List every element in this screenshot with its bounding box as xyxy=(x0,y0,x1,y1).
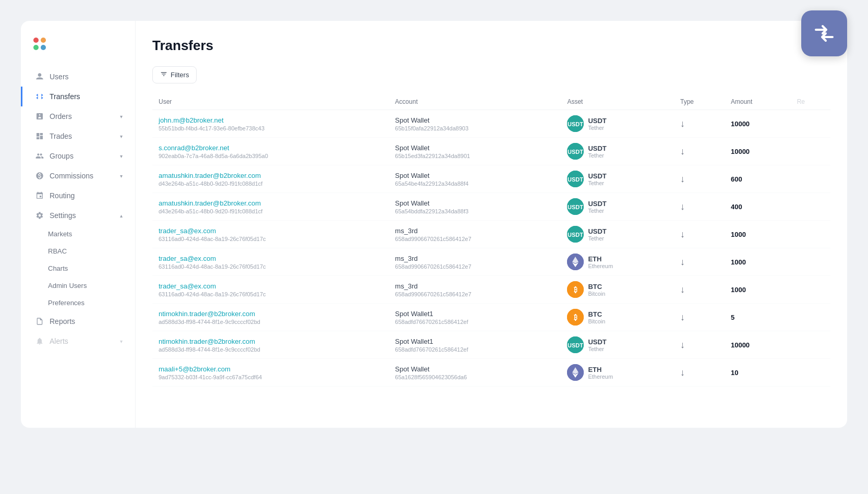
transfer-fab-button[interactable] xyxy=(801,10,847,56)
routing-icon xyxy=(35,191,44,200)
cell-user-6: trader_sa@ex.com 63116ad0-424d-48ac-8a19… xyxy=(152,276,389,304)
alerts-icon xyxy=(35,336,44,346)
groups-chevron-icon: ▾ xyxy=(120,153,123,159)
person-icon xyxy=(35,72,44,81)
account-name-1: Spot Wallet xyxy=(395,144,554,152)
asset-code-5: ETH xyxy=(588,255,613,263)
table-row: trader_sa@ex.com 63116ad0-424d-48ac-8a19… xyxy=(152,248,830,276)
cell-account-6: ms_3rd 658ad9906670261c586412e7 xyxy=(389,276,561,304)
account-hash-0: 65b15f0afa22912a34da8903 xyxy=(395,125,554,131)
logo-dot-green xyxy=(33,45,39,50)
cell-user-2: amatushkin.trader@b2broker.com d43e264b-… xyxy=(152,165,389,193)
orders-icon xyxy=(35,112,44,121)
cell-re-5 xyxy=(791,248,830,276)
sidebar-item-transfers-label: Transfers xyxy=(50,92,123,101)
cell-type-7: ↓ xyxy=(674,304,725,331)
app-logo xyxy=(21,38,135,67)
account-hash-7: 658adfd76670261c586412ef xyxy=(395,319,554,325)
sidebar-item-routing[interactable]: Routing xyxy=(21,186,135,206)
user-email-4[interactable]: trader_sa@ex.com xyxy=(159,227,382,235)
sidebar-item-markets[interactable]: Markets xyxy=(21,225,135,243)
asset-name-1: Tether xyxy=(588,152,606,159)
account-name-7: Spot Wallet1 xyxy=(395,310,554,318)
asset-icon-9 xyxy=(567,364,584,381)
sidebar: Users Transfers Orders ▾ xyxy=(21,21,136,428)
groups-icon xyxy=(35,151,44,161)
amount-value-4: 1000 xyxy=(731,231,746,238)
user-email-2[interactable]: amatushkin.trader@b2broker.com xyxy=(159,172,382,179)
account-name-9: Spot Wallet xyxy=(395,365,554,373)
cell-account-2: Spot Wallet 65a54be4fa22912a34da88f4 xyxy=(389,165,561,193)
asset-name-8: Tether xyxy=(588,346,606,352)
sidebar-item-orders-label: Orders xyxy=(50,112,115,121)
svg-text:₿: ₿ xyxy=(574,314,577,321)
sidebar-item-trades[interactable]: Trades ▾ xyxy=(21,126,135,146)
orders-chevron-icon: ▾ xyxy=(120,114,123,119)
account-name-6: ms_3rd xyxy=(395,282,554,290)
sidebar-item-orders[interactable]: Orders ▾ xyxy=(21,106,135,126)
sidebar-item-commissions-label: Commissions xyxy=(50,172,115,180)
filter-button[interactable]: Filters xyxy=(152,66,197,83)
cell-amount-7: 5 xyxy=(725,304,791,331)
user-email-8[interactable]: ntimokhin.trader@b2broker.com xyxy=(159,338,382,345)
sidebar-item-users-label: Users xyxy=(50,73,123,81)
cell-asset-3: USDT USDT Tether xyxy=(561,193,674,221)
type-download-icon-6: ↓ xyxy=(680,284,685,295)
logo-dot-blue xyxy=(41,45,46,50)
asset-name-6: Bitcoin xyxy=(588,291,605,297)
user-email-5[interactable]: trader_sa@ex.com xyxy=(159,255,382,262)
user-email-3[interactable]: amatushkin.trader@b2broker.com xyxy=(159,199,382,207)
table-row: ntimokhin.trader@b2broker.com ad588d3d-f… xyxy=(152,304,830,331)
cell-re-4 xyxy=(791,221,830,248)
asset-icon-6: ₿ xyxy=(567,281,584,298)
sidebar-item-preferences[interactable]: Preferences xyxy=(21,294,135,311)
sidebar-item-commissions[interactable]: Commissions ▾ xyxy=(21,166,135,186)
filter-button-label: Filters xyxy=(171,71,189,79)
cell-type-3: ↓ xyxy=(674,193,725,221)
cell-account-8: Spot Wallet1 658adfd76670261c586412ef xyxy=(389,331,561,359)
asset-name-5: Ethereum xyxy=(588,263,613,269)
cell-type-0: ↓ xyxy=(674,110,725,138)
sidebar-item-transfers[interactable]: Transfers xyxy=(21,87,135,106)
page-title: Transfers xyxy=(152,38,830,54)
cell-asset-6: ₿ BTC Bitcoin xyxy=(561,276,674,304)
user-hash-8: ad588d3d-ff98-4744-8f1e-9c9ccccf02bd xyxy=(159,346,382,353)
cell-account-7: Spot Wallet1 658adfd76670261c586412ef xyxy=(389,304,561,331)
user-email-1[interactable]: s.conrad@b2broker.net xyxy=(159,144,382,152)
user-email-6[interactable]: trader_sa@ex.com xyxy=(159,282,382,290)
sidebar-item-settings-label: Settings xyxy=(50,211,115,220)
cell-asset-5: ETH Ethereum xyxy=(561,248,674,276)
sidebar-item-users[interactable]: Users xyxy=(21,67,135,87)
sidebar-item-routing-label: Routing xyxy=(50,191,123,200)
sidebar-item-settings[interactable]: Settings ▴ xyxy=(21,206,135,225)
cell-account-4: ms_3rd 658ad9906670261c586412e7 xyxy=(389,221,561,248)
sidebar-item-rbac[interactable]: RBAC xyxy=(21,243,135,260)
svg-text:USDT: USDT xyxy=(568,232,583,238)
cell-amount-0: 10000 xyxy=(725,110,791,138)
cell-account-3: Spot Wallet 65a54bddfa22912a34da88f3 xyxy=(389,193,561,221)
sidebar-item-charts[interactable]: Charts xyxy=(21,260,135,277)
user-email-0[interactable]: john.m@b2broker.net xyxy=(159,116,382,124)
cell-amount-1: 10000 xyxy=(725,138,791,165)
logo-dot-red xyxy=(33,38,39,43)
col-user: User xyxy=(152,94,389,110)
account-hash-4: 658ad9906670261c586412e7 xyxy=(395,236,554,242)
sidebar-item-alerts[interactable]: Alerts ▾ xyxy=(21,331,135,351)
cell-user-4: trader_sa@ex.com 63116ad0-424d-48ac-8a19… xyxy=(152,221,389,248)
asset-name-0: Tether xyxy=(588,125,606,131)
sidebar-item-groups[interactable]: Groups ▾ xyxy=(21,146,135,166)
amount-value-5: 1000 xyxy=(731,258,746,266)
user-email-9[interactable]: maali+5@b2broker.com xyxy=(159,365,382,373)
cell-re-8 xyxy=(791,331,830,359)
asset-name-9: Ethereum xyxy=(588,373,613,380)
table-row: ntimokhin.trader@b2broker.com ad588d3d-f… xyxy=(152,331,830,359)
cell-type-5: ↓ xyxy=(674,248,725,276)
sidebar-item-reports[interactable]: Reports xyxy=(21,311,135,331)
asset-code-7: BTC xyxy=(588,310,605,318)
user-email-7[interactable]: ntimokhin.trader@b2broker.com xyxy=(159,310,382,318)
sidebar-item-admin-users[interactable]: Admin Users xyxy=(21,277,135,294)
asset-name-2: Tether xyxy=(588,180,606,186)
cell-type-2: ↓ xyxy=(674,165,725,193)
cell-user-0: john.m@b2broker.net 55b51bdb-f4bd-4c17-9… xyxy=(152,110,389,138)
cell-user-9: maali+5@b2broker.com 9ad75332-b03f-41cc-… xyxy=(152,359,389,387)
